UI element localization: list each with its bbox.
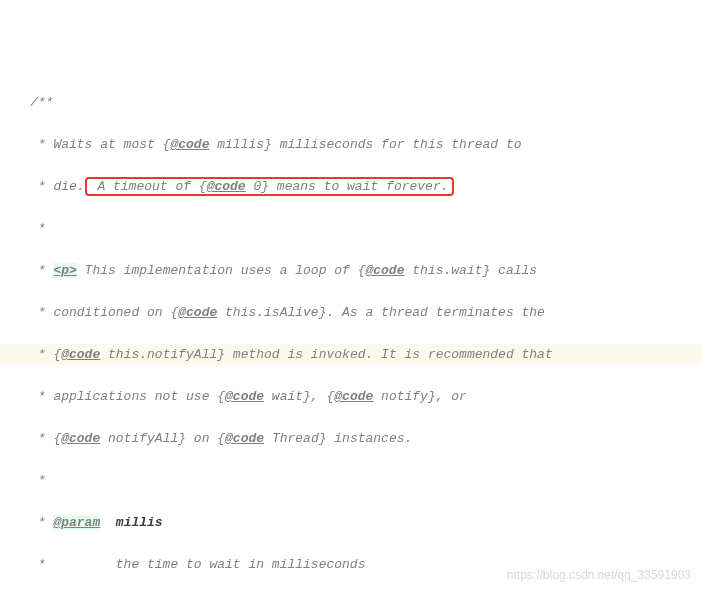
- comment-text: *: [30, 221, 46, 236]
- comment-text: * applications not use {@code wait}, {@c…: [30, 389, 467, 404]
- highlighted-box: A timeout of {@code 0} means to wait for…: [85, 177, 454, 196]
- code-line: /**: [30, 92, 701, 113]
- comment-text: * {@code this.notifyAll} method is invok…: [30, 347, 553, 362]
- javadoc-tag: @code: [61, 431, 100, 446]
- code-line: * Waits at most {@code millis} milliseco…: [30, 134, 701, 155]
- javadoc-tag: @code: [365, 263, 404, 278]
- param-tag: @param: [53, 515, 100, 530]
- p-tag: <p>: [53, 263, 76, 278]
- javadoc-tag: @code: [170, 137, 209, 152]
- javadoc-tag: @code: [334, 389, 373, 404]
- comment-text: /**: [30, 95, 53, 110]
- comment-text: *: [30, 473, 46, 488]
- javadoc-tag: @code: [225, 431, 264, 446]
- comment-text: * <p> This implementation uses a loop of…: [30, 263, 537, 278]
- code-line: * applications not use {@code wait}, {@c…: [30, 386, 701, 407]
- code-line: * @param millis: [30, 512, 701, 533]
- comment-text: * conditioned on {@code this.isAlive}. A…: [30, 305, 545, 320]
- javadoc-tag: @code: [207, 179, 246, 194]
- highlighted-line: * {@code this.notifyAll} method is invok…: [0, 344, 701, 365]
- comment-text: * die. A timeout of {@code 0} means to w…: [30, 177, 454, 196]
- code-line: * die. A timeout of {@code 0} means to w…: [30, 176, 701, 197]
- comment-text: * the time to wait in milliseconds: [30, 557, 365, 572]
- code-line: *: [30, 470, 701, 491]
- param-name: millis: [116, 515, 163, 530]
- comment-text: * Waits at most {@code millis} milliseco…: [30, 137, 522, 152]
- code-line: * conditioned on {@code this.isAlive}. A…: [30, 302, 701, 323]
- javadoc-tag: @code: [178, 305, 217, 320]
- watermark: https://blog.csdn.net/qq_33591903: [507, 565, 691, 586]
- code-line: *: [30, 218, 701, 239]
- javadoc-tag: @code: [225, 389, 264, 404]
- code-line: * {@code notifyAll} on {@code Thread} in…: [30, 428, 701, 449]
- javadoc-tag: @code: [61, 347, 100, 362]
- comment-text: * {@code notifyAll} on {@code Thread} in…: [30, 431, 412, 446]
- code-line: * <p> This implementation uses a loop of…: [30, 260, 701, 281]
- comment-text: * @param millis: [30, 515, 163, 530]
